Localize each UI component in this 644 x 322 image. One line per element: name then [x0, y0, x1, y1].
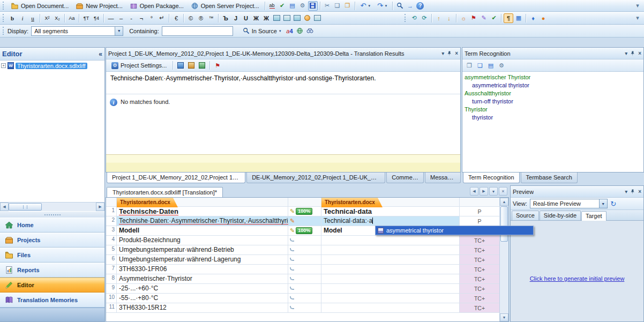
tab-term-recognition[interactable]: Term Recognition [463, 173, 520, 183]
source-cell[interactable]: Asymmetrischer·Thyristor [117, 274, 288, 283]
open-package-button[interactable]: Open Package... [126, 1, 187, 11]
segment-row[interactable]: 6Umgebungstemperatur·während·LagerungTC+ [106, 255, 499, 265]
close-icon[interactable]: × [638, 50, 641, 57]
underline-button[interactable]: u [28, 13, 38, 23]
term-target[interactable]: asymmetrical thyristor [462, 81, 643, 89]
soft-return-button[interactable]: ↵ [157, 13, 167, 23]
document-tab[interactable]: Thyristorarten.docx.sdlxliff [Translatio… [107, 187, 223, 197]
flag-icon[interactable]: ⚑ [469, 13, 478, 23]
quick-insert-letter-3[interactable]: U [241, 13, 251, 23]
chevron-down-icon[interactable]: ▼ [599, 199, 607, 208]
term-view-settings-icon[interactable]: ▤ [486, 61, 496, 70]
optional-hyphen-button[interactable]: ¬ [137, 13, 146, 23]
window-menu-button[interactable]: ▾ [625, 50, 627, 57]
tree-item-document[interactable]: + W Thyristorarten.docx.sdlxliff [1, 62, 103, 69]
toolbar-overflow-button[interactable]: ▾ [633, 1, 642, 11]
copy-icon[interactable]: ❏ [333, 1, 342, 11]
apply-translation-icon[interactable] [176, 61, 185, 70]
source-cell[interactable]: 3TH6330-15R12 [117, 303, 288, 312]
toolbar-grip[interactable] [405, 14, 407, 22]
source-cell[interactable]: -25·...·+60·°C [117, 284, 288, 293]
project-settings-button[interactable]: ⚙ Project Settings... [108, 61, 170, 71]
target-cell[interactable] [321, 255, 460, 264]
bold-button[interactable]: b [8, 13, 17, 23]
segment-number[interactable]: 1 [106, 207, 117, 216]
subscript-button[interactable]: X₂ [53, 13, 62, 23]
display-filter-select[interactable]: All segments ▼ [31, 26, 123, 36]
segment-number[interactable]: 6 [106, 255, 117, 264]
segment-number[interactable]: 11 [106, 303, 117, 312]
source-cell[interactable]: 3TH6330-1FR06 [117, 265, 288, 274]
new-project-button[interactable]: New Project... [72, 1, 125, 11]
expand-icon[interactable]: + [1, 63, 6, 68]
toolbar-grip[interactable] [3, 27, 5, 35]
term-details-icon[interactable]: ❐ [465, 61, 474, 70]
preview-view-select[interactable]: Real-time Preview ▼ [530, 199, 608, 208]
open-document-button[interactable]: Open Document... [8, 1, 72, 11]
sidebar-item-editor[interactable]: Editor [0, 278, 104, 293]
en-dash-button[interactable]: – [116, 13, 126, 23]
web-lookup-icon[interactable] [295, 26, 304, 36]
grid-scrollbar[interactable]: ▲ ▼ [499, 198, 508, 321]
superscript-button[interactable]: X² [42, 13, 52, 23]
target-cell[interactable]: Technical·data [321, 207, 460, 216]
quick-insert-tag-4[interactable] [302, 13, 312, 23]
copy-source-icon[interactable] [186, 61, 196, 70]
target-cell[interactable] [321, 245, 460, 254]
quick-insert-letter-2[interactable]: Ј [231, 13, 241, 23]
pin-icon[interactable] [447, 50, 452, 56]
insert-term-icon[interactable]: ❏ [475, 61, 485, 70]
sidebar-item-projects[interactable]: Projects [0, 233, 104, 248]
cut-icon[interactable]: ✂ [323, 1, 332, 11]
change-case-button[interactable]: Aa [67, 13, 77, 23]
scroll-thumb[interactable] [500, 206, 508, 242]
segment-number[interactable]: 8 [106, 274, 117, 283]
track-changes-icon[interactable]: ✎ [479, 13, 489, 23]
tab-scroll-left-button[interactable]: ◀ [470, 187, 478, 196]
segment-row[interactable]: 1Technische·Daten✎100%Technical·dataP [106, 207, 499, 216]
source-cell[interactable]: Modell [117, 226, 288, 235]
source-document-tab[interactable]: Thyristorarten.docx [117, 198, 178, 207]
close-document-button[interactable]: × [499, 187, 507, 196]
tag-display-full-icon[interactable]: ● [538, 13, 548, 23]
add-comment-icon[interactable]: ✔ [489, 13, 499, 23]
em-dash-button[interactable]: — [106, 13, 116, 23]
redo-button[interactable]: ↷▾ [374, 1, 390, 11]
target-cell[interactable] [321, 274, 460, 283]
segment-row[interactable]: 8Asymmetrischer·ThyristorTC+ [106, 274, 499, 284]
close-icon[interactable]: × [638, 189, 641, 195]
source-cell[interactable]: Umgebungstemperatur·während·Lagerung [117, 255, 288, 264]
save-button[interactable] [308, 1, 318, 11]
segment-number[interactable]: 10 [106, 294, 117, 303]
autosuggest-icon[interactable]: ☼ [459, 13, 468, 23]
scroll-left-button[interactable]: ◀ [0, 203, 9, 211]
style-picker-icon[interactable]: ¶T [81, 13, 91, 23]
segment-row[interactable]: 5Umgebungstemperatur·während·BetriebTC+ [106, 245, 499, 255]
previous-segment-icon[interactable]: ↑ [434, 13, 444, 23]
source-cell[interactable]: Technische·Daten [117, 207, 288, 216]
quick-insert-tag-5[interactable] [312, 13, 322, 23]
scroll-thumb[interactable] [9, 203, 42, 211]
undo-button[interactable]: ↶▾ [357, 1, 373, 11]
tab-translation-results-1[interactable]: Project 1_DE-UK_Memory_2012_02,Project 1… [107, 173, 245, 183]
tag-id-icon[interactable]: ¶4 [92, 13, 101, 23]
segment-row[interactable]: 2Technishe·Daten:·Asymmetrischer·Thyrist… [106, 216, 499, 226]
concordance-search-icon[interactable] [305, 26, 314, 36]
tab-comments[interactable]: Comments [386, 173, 424, 183]
generate-preview-link[interactable]: Click here to generate initial preview [511, 275, 643, 282]
tab-preview-side-by-side[interactable]: Side-by-side [540, 211, 581, 220]
window-menu-button[interactable]: ▾ [625, 189, 627, 195]
term-source[interactable]: asymmetrischer Thyristor [462, 73, 643, 81]
sidebar-item-files[interactable]: Files [0, 248, 104, 263]
termbase-config-icon[interactable]: ⚙ [497, 61, 506, 70]
verify-icon[interactable]: ✔ [278, 1, 287, 11]
confirm-segment-icon[interactable]: ⟳ [420, 13, 429, 23]
containing-input[interactable] [162, 26, 233, 36]
sidebar-item-translation-memories[interactable]: Translation Memories [0, 293, 104, 308]
term-target[interactable]: turn-off thyristor [462, 98, 643, 106]
autosuggest-popup[interactable]: asymmetrical thyristor [375, 226, 534, 235]
segment-number[interactable]: 9 [106, 284, 117, 293]
scroll-right-button[interactable]: ▶ [96, 203, 104, 211]
close-icon[interactable]: × [455, 50, 458, 57]
toolbar-overflow-button[interactable]: ▾ [633, 13, 642, 23]
